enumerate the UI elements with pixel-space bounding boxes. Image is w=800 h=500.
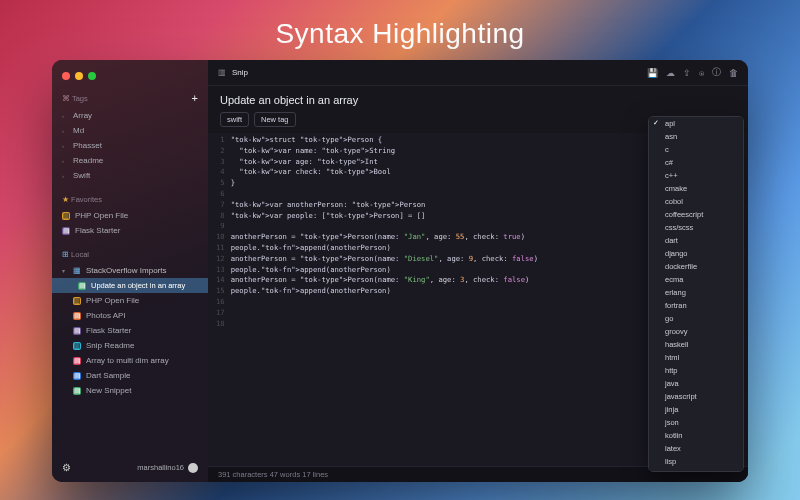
lang-option-c[interactable]: c [649,143,743,156]
lang-option-asn[interactable]: asn [649,130,743,143]
sidebar-tag-array[interactable]: ›Array [52,108,208,123]
lang-option-java[interactable]: java [649,377,743,390]
language-dropdown[interactable]: aplasncc#c++cmakecobolcoffeescriptcss/sc… [648,116,744,472]
lang-option-javascript[interactable]: javascript [649,390,743,403]
sidebar-local-dart-sample[interactable]: ▤Dart Sample [52,368,208,383]
lang-option-latex[interactable]: latex [649,442,743,455]
app-name: Snip [232,68,248,77]
sidebar-local-photos-api[interactable]: ▤Photos API [52,308,208,323]
lang-option-c-[interactable]: c# [649,156,743,169]
lang-option-erlang[interactable]: erlang [649,286,743,299]
lang-option-cobol[interactable]: cobol [649,195,743,208]
tag-chip-new-tag[interactable]: New tag [254,112,296,127]
sidebar-tag-md[interactable]: ›Md [52,123,208,138]
item-label: Snip Readme [86,341,134,350]
sidebar-fav-flask-starter[interactable]: ▤Flask Starter [52,223,208,238]
lang-option-fortran[interactable]: fortran [649,299,743,312]
sidebar: ⌘ Tags + ›Array›Md›Phasset›Readme›Swift … [52,60,208,482]
sidebar-local-php-open-file[interactable]: ▤PHP Open File [52,293,208,308]
lang-option-dockerfile[interactable]: dockerfile [649,260,743,273]
trash-icon[interactable]: 🗑 [729,68,738,78]
sidebar-folder-stackoverflow[interactable]: ▾ ▦ StackOverflow Imports [52,263,208,278]
item-label: Dart Sample [86,371,130,380]
sidebar-local-flask-starter[interactable]: ▤Flask Starter [52,323,208,338]
lang-option-kotlin[interactable]: kotlin [649,429,743,442]
tag-chip-swift[interactable]: swift [220,112,249,127]
file-icon: ▤ [62,212,70,220]
item-label: PHP Open File [75,211,128,220]
tag-label: Readme [73,156,103,165]
tag-label: Swift [73,171,90,180]
bookmark-icon[interactable]: ⍟ [699,68,704,78]
file-icon: ▤ [73,387,81,395]
item-label: New Snippet [86,386,131,395]
sidebar-local-snip-readme[interactable]: ▤Snip Readme [52,338,208,353]
sidebar-toggle-icon[interactable]: ▥ [218,68,226,77]
main-toolbar: ▥ Snip 💾 ☁ ⇪ ⍟ ⓘ 🗑 [208,60,748,86]
lang-option-css-scss[interactable]: css/scss [649,221,743,234]
lang-option-c-[interactable]: c++ [649,169,743,182]
sidebar-fav-php-open-file[interactable]: ▤PHP Open File [52,208,208,223]
file-icon: ▤ [73,312,81,320]
lang-option-html[interactable]: html [649,351,743,364]
chevron-right-icon: › [62,173,68,179]
lang-option-lua[interactable]: lua [649,468,743,472]
lang-option-dart[interactable]: dart [649,234,743,247]
info-icon[interactable]: ⓘ [712,66,721,79]
add-tag-button[interactable]: + [192,92,198,104]
file-icon: ▤ [73,342,81,350]
item-label: Photos API [86,311,126,320]
item-label: Array to multi dim array [86,356,169,365]
lang-option-go[interactable]: go [649,312,743,325]
settings-icon[interactable]: ⚙ [62,462,71,473]
favorites-header: ★ Favorites [62,195,102,204]
window-controls [52,68,208,86]
footer-username: marshallino16 [137,463,184,472]
cloud-icon[interactable]: ☁ [666,68,675,78]
folder-icon: ▦ [73,266,81,275]
item-label: Flask Starter [75,226,120,235]
tags-header: ⌘ Tags [62,94,88,103]
lang-option-coffeescript[interactable]: coffeescript [649,208,743,221]
sidebar-local-array-to-multi-dim-array[interactable]: ▤Array to multi dim array [52,353,208,368]
item-label: PHP Open File [86,296,139,305]
chevron-down-icon: ▾ [62,267,68,274]
lang-option-jinja[interactable]: jinja [649,403,743,416]
file-icon: ▤ [73,357,81,365]
tag-label: Array [73,111,92,120]
lang-option-django[interactable]: django [649,247,743,260]
maximize-window-button[interactable] [88,72,96,80]
sidebar-tag-swift[interactable]: ›Swift [52,168,208,183]
chevron-right-icon: › [62,158,68,164]
lang-option-haskell[interactable]: haskell [649,338,743,351]
lang-option-groovy[interactable]: groovy [649,325,743,338]
sidebar-local-new-snippet[interactable]: ▤New Snippet [52,383,208,398]
lang-option-json[interactable]: json [649,416,743,429]
github-icon[interactable] [188,463,198,473]
snippet-icon: ▤ [78,282,86,290]
chevron-right-icon: › [62,113,68,119]
lang-option-cmake[interactable]: cmake [649,182,743,195]
sidebar-tag-readme[interactable]: ›Readme [52,153,208,168]
minimize-window-button[interactable] [75,72,83,80]
folder-label: StackOverflow Imports [86,266,166,275]
hero-title: Syntax Highlighting [0,0,800,50]
file-icon: ▤ [73,327,81,335]
lang-option-ecma[interactable]: ecma [649,273,743,286]
sidebar-item-selected-snippet[interactable]: ▤ Update an object in an array [52,278,208,293]
code-content[interactable]: "tok-kw">struct "tok-type">Person { "tok… [231,135,538,466]
sidebar-tag-phasset[interactable]: ›Phasset [52,138,208,153]
close-window-button[interactable] [62,72,70,80]
line-gutter: 123456789101112131415161718 [216,135,231,466]
save-icon[interactable]: 💾 [647,68,658,78]
chevron-right-icon: › [62,128,68,134]
item-label: Flask Starter [86,326,131,335]
snippet-label: Update an object in an array [91,281,185,290]
status-text: 391 characters 47 words 17 lines [218,470,328,479]
share-icon[interactable]: ⇪ [683,68,691,78]
snippet-title[interactable]: Update an object in an array [208,86,748,112]
lang-option-http[interactable]: http [649,364,743,377]
lang-option-lisp[interactable]: lisp [649,455,743,468]
file-icon: ▤ [73,297,81,305]
lang-option-apl[interactable]: apl [649,117,743,130]
